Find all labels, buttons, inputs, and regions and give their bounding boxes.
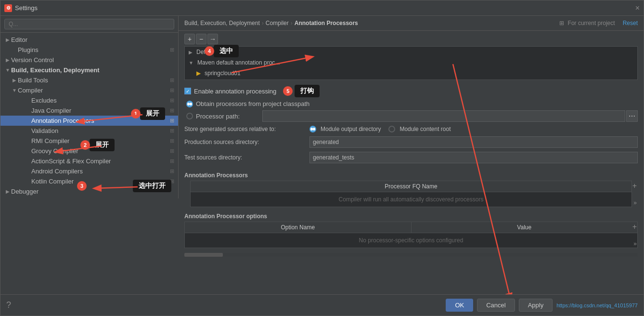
more-btn[interactable]: » xyxy=(633,199,637,206)
module-output-option: Module output directory xyxy=(309,126,381,132)
validation-icon: ⊞ xyxy=(170,128,174,134)
annotation-bubble-2: 展开 xyxy=(90,139,115,151)
test-sources-row: Test sources directory: xyxy=(184,152,638,163)
store-sources-row: Store generated sources relative to: Mod… xyxy=(184,126,638,132)
processor-path-radio[interactable] xyxy=(186,113,193,119)
left-panel-wrapper: ▶ Editor ▶ Plugins ⊞ ▶ Version Control xyxy=(0,16,179,294)
compiler-arrow: ▼ xyxy=(11,88,18,93)
sidebar-item-actionscript[interactable]: ▶ ActionScript & Flex Compiler ⊞ xyxy=(0,156,178,166)
debugger-arrow: ▶ xyxy=(4,189,11,194)
remove-processor-button[interactable]: − xyxy=(196,34,206,44)
opt-table-msg: No processor-specific options configured xyxy=(185,233,637,248)
processor-path-browse-button[interactable]: ⋯ xyxy=(626,110,638,122)
editor-arrow: ▶ xyxy=(4,37,11,42)
processor-item-default[interactable]: ▶ Default 选中 4 xyxy=(185,47,637,57)
folder-icon: ▶ xyxy=(196,70,201,77)
excludes-icon: ⊞ xyxy=(170,97,174,104)
settings-window: ⚙ Settings × ▶ Editor xyxy=(0,0,644,316)
sidebar-item-version-control[interactable]: ▶ Version Control xyxy=(0,55,178,65)
annotation-bubble-4: 选中 xyxy=(214,45,239,57)
annotation-processors-section: Annotation Processors Processor FQ Name … xyxy=(179,169,644,210)
cancel-button[interactable]: Cancel xyxy=(477,299,515,312)
production-sources-label: Production sources directory: xyxy=(184,139,309,145)
annotation-processors-icon: ⊞ xyxy=(170,118,174,124)
annotation-circle-2: 2 xyxy=(80,140,90,150)
proc-table-msg: Compiler will run all automatically disc… xyxy=(191,192,631,207)
production-sources-input[interactable] xyxy=(309,136,638,148)
opt-table: Option Name Value No processor-specific … xyxy=(184,222,638,248)
opt-table-th-value: Value xyxy=(412,222,638,233)
sidebar-item-excludes[interactable]: ▶ Excludes ⊞ xyxy=(0,95,178,105)
settings-icon: ⚙ xyxy=(4,4,12,12)
more-options-btn[interactable]: » xyxy=(633,240,637,247)
sidebar-item-plugins[interactable]: ▶ Plugins ⊞ xyxy=(0,45,178,55)
window-title: Settings xyxy=(15,4,38,12)
compiler-label: Compiler xyxy=(18,87,170,94)
navigate-processor-button[interactable]: → xyxy=(207,34,218,44)
breadcrumb-part2: Compiler xyxy=(266,20,289,26)
add-processor-btn[interactable]: + xyxy=(632,182,637,190)
annotation-options-title: Annotation Processor options xyxy=(179,210,644,222)
annotation-options-section: Annotation Processor options Option Name… xyxy=(179,210,644,251)
processor-list: ▶ Default 选中 4 ▼ Maven default annotatio… xyxy=(184,46,638,80)
groovy-compiler-icon: ⊞ xyxy=(170,148,174,154)
proc-table: Processor FQ Name Compiler will run all … xyxy=(190,181,632,207)
processor-path-label: Processor path: xyxy=(196,113,258,120)
right-panel: Build, Execution, Deployment › Compiler … xyxy=(179,16,644,294)
csdn-url: https://blog.csdn.net/qq_41015977 xyxy=(556,303,638,308)
actionscript-icon: ⊞ xyxy=(170,158,174,164)
build-tools-label: Build Tools xyxy=(18,77,170,84)
store-sources-label: Store generated sources relative to: xyxy=(184,126,309,132)
java-compiler-icon: ⊞ xyxy=(170,107,174,114)
sidebar-item-compiler[interactable]: ▼ Compiler ⊞ xyxy=(0,85,178,95)
apply-button[interactable]: Apply xyxy=(519,299,553,312)
test-sources-input[interactable] xyxy=(309,152,638,163)
annotation-bubble-1: 展开 xyxy=(140,107,165,120)
module-content-radio[interactable] xyxy=(388,126,395,132)
maven-label: Maven default annotation proc... xyxy=(197,59,280,66)
proc-table-wrapper: Processor FQ Name Compiler will run all … xyxy=(184,181,638,207)
processor-path-input[interactable] xyxy=(262,110,625,122)
h-scrollbar[interactable] xyxy=(184,253,638,257)
sidebar-item-build-tools[interactable]: ▶ Build Tools ⊞ xyxy=(0,75,178,85)
help-button[interactable]: ? xyxy=(6,300,11,310)
build-tools-icon: ⊞ xyxy=(170,77,174,83)
add-option-btn[interactable]: + xyxy=(632,223,637,231)
processor-item-springcloud01[interactable]: ▶ springcloud01 xyxy=(185,68,637,79)
bottom-bar: ? OK Cancel Apply https://blog.csdn.net/… xyxy=(0,294,644,316)
add-processor-button[interactable]: + xyxy=(184,34,195,44)
opt-table-header: Option Name Value xyxy=(185,222,637,233)
sidebar-item-validation[interactable]: ▶ Validation ⊞ xyxy=(0,126,178,136)
sidebar-item-android-compilers[interactable]: ▶ Android Compilers ⊞ xyxy=(0,166,178,176)
default-arrow: ▶ xyxy=(189,50,193,55)
rmi-compiler-icon: ⊞ xyxy=(170,138,174,144)
title-bar: ⚙ Settings × xyxy=(0,0,644,16)
version-control-arrow: ▶ xyxy=(4,57,11,63)
sidebar-item-editor[interactable]: ▶ Editor xyxy=(0,35,178,45)
annotation-5-wrapper: 5 打钩 xyxy=(279,85,320,97)
breadcrumb: Build, Execution, Deployment › Compiler … xyxy=(184,20,358,26)
obtain-processors-radio[interactable] xyxy=(186,101,193,107)
processor-item-maven-default[interactable]: ▼ Maven default annotation proc... xyxy=(185,57,637,68)
opt-table-wrapper: Option Name Value No processor-specific … xyxy=(184,222,638,248)
proc-table-header: Processor FQ Name xyxy=(191,181,631,192)
ok-button[interactable]: OK xyxy=(446,299,473,312)
enable-annotation-checkbox[interactable]: ✓ xyxy=(184,88,191,94)
plugins-label: Plugins xyxy=(18,46,170,53)
excludes-label: Excludes xyxy=(31,97,170,104)
module-content-option: Module content root xyxy=(388,126,451,132)
h-scrollbar-thumb[interactable] xyxy=(184,253,223,257)
breadcrumb-part1: Build, Execution, Deployment xyxy=(184,20,260,26)
panel-content: + − → ▶ Default 选中 4 xyxy=(179,31,644,294)
sidebar-item-build-execution[interactable]: ▼ Build, Execution, Deployment xyxy=(0,65,178,75)
reset-button[interactable]: Reset xyxy=(623,20,638,26)
close-button[interactable]: × xyxy=(635,4,640,13)
build-tools-arrow: ▶ xyxy=(11,78,18,83)
editor-label: Editor xyxy=(11,36,174,43)
test-sources-label: Test sources directory: xyxy=(184,154,309,161)
breadcrumb-right: ⊞ For current project Reset xyxy=(559,20,638,26)
search-input[interactable] xyxy=(4,19,174,29)
module-output-label: Module output directory xyxy=(321,126,381,132)
module-output-radio[interactable] xyxy=(309,126,316,132)
springcloud01-label: springcloud01 xyxy=(205,70,241,77)
